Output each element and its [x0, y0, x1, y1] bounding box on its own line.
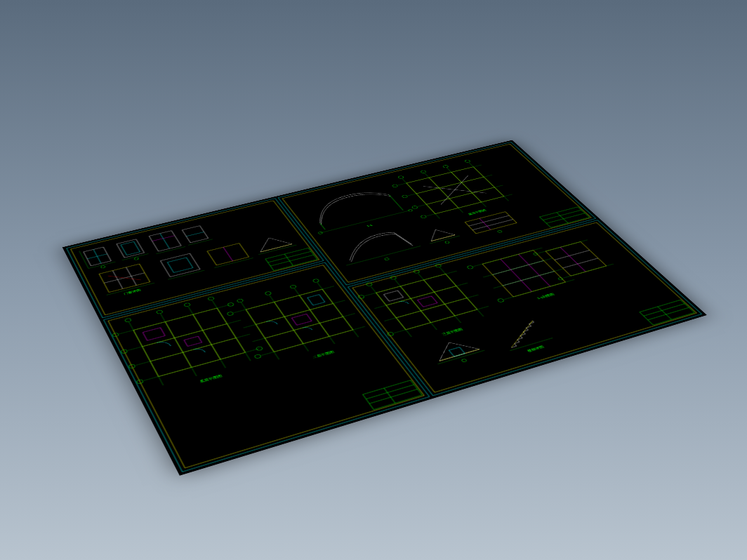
- svg-rect-77: [540, 207, 590, 227]
- svg-line-93: [144, 349, 260, 381]
- svg-line-148: [371, 286, 411, 337]
- svg-line-4: [93, 249, 101, 263]
- svg-rect-109: [246, 289, 352, 352]
- svg-point-174: [461, 359, 468, 362]
- svg-rect-159: [482, 251, 565, 297]
- svg-line-147: [394, 306, 489, 333]
- svg-point-183: [533, 253, 538, 255]
- svg-line-70: [430, 236, 460, 244]
- svg-line-116: [234, 286, 334, 313]
- svg-rect-135: [348, 220, 701, 396]
- svg-point-128: [227, 312, 234, 316]
- svg-line-30: [214, 258, 253, 267]
- svg-point-101: [207, 296, 214, 300]
- svg-rect-83: [133, 308, 245, 376]
- svg-point-42: [318, 232, 324, 234]
- svg-point-7: [100, 265, 105, 268]
- svg-point-64: [411, 206, 418, 209]
- svg-point-11: [134, 257, 139, 260]
- svg-line-133: [369, 389, 418, 404]
- svg-line-52: [418, 185, 503, 206]
- svg-rect-72: [465, 212, 517, 234]
- svg-line-182: [564, 264, 614, 278]
- svg-line-119: [261, 326, 365, 355]
- svg-rect-33: [265, 248, 317, 270]
- svg-line-123: [317, 283, 359, 338]
- svg-rect-136: [352, 222, 696, 392]
- svg-rect-81: [104, 262, 430, 472]
- svg-line-15: [156, 246, 185, 253]
- svg-line-54: [402, 179, 439, 219]
- svg-point-58: [397, 175, 404, 179]
- svg-rect-177: [546, 241, 607, 276]
- svg-line-21: [112, 271, 122, 289]
- svg-line-40: [389, 194, 403, 210]
- svg-point-98: [124, 318, 131, 323]
- svg-rect-8: [117, 239, 144, 258]
- svg-line-94: [129, 322, 164, 385]
- svg-rect-142: [418, 296, 437, 307]
- svg-line-17: [186, 232, 204, 236]
- cad-drawing-sheet[interactable]: 门窗详图: [62, 140, 707, 476]
- svg-point-129: [254, 354, 262, 359]
- svg-point-155: [435, 264, 442, 268]
- svg-rect-89: [184, 336, 201, 346]
- cad-drawing-svg: 门窗详图: [62, 140, 707, 476]
- svg-line-74: [472, 220, 513, 230]
- svg-point-154: [413, 269, 421, 274]
- svg-text:三层平面图: 三层平面图: [442, 328, 464, 336]
- svg-line-188: [658, 307, 672, 319]
- svg-line-67: [346, 246, 421, 266]
- svg-point-126: [289, 284, 297, 288]
- svg-point-127: [312, 279, 320, 283]
- svg-line-39: [320, 223, 325, 229]
- svg-line-186: [644, 304, 685, 316]
- svg-line-31: [260, 244, 292, 252]
- svg-line-51: [408, 175, 492, 196]
- cad-viewport[interactable]: 门窗详图: [107, 91, 640, 469]
- svg-point-71: [444, 241, 450, 244]
- svg-point-168: [466, 265, 474, 269]
- svg-line-166: [494, 269, 564, 288]
- svg-line-41: [320, 211, 410, 233]
- svg-point-125: [265, 291, 272, 295]
- svg-line-22: [126, 267, 137, 286]
- svg-line-121: [270, 295, 309, 352]
- svg-line-97: [212, 300, 251, 361]
- svg-rect-143: [383, 291, 403, 301]
- svg-line-5: [79, 251, 88, 269]
- svg-line-173: [437, 350, 484, 364]
- svg-rect-25: [160, 253, 199, 276]
- svg-rect-88: [143, 328, 165, 340]
- svg-text:二层平面图: 二层平面图: [312, 350, 335, 359]
- svg-line-132: [366, 385, 414, 399]
- svg-line-163: [519, 254, 550, 286]
- svg-rect-115: [308, 295, 325, 305]
- svg-text:底层平面图: 底层平面图: [199, 374, 223, 384]
- svg-point-169: [497, 298, 505, 302]
- svg-line-122: [295, 288, 335, 344]
- svg-line-149: [395, 279, 437, 330]
- svg-line-162: [501, 259, 532, 291]
- sheet-top-left: 门窗详图: [67, 199, 324, 318]
- svg-rect-19: [99, 264, 150, 292]
- svg-text:门窗详图: 门窗详图: [123, 288, 141, 295]
- svg-line-27: [168, 270, 204, 279]
- svg-line-13: [152, 236, 175, 241]
- svg-point-76: [497, 230, 503, 233]
- svg-rect-45: [406, 167, 504, 214]
- svg-line-145: [374, 283, 468, 309]
- svg-line-134: [384, 388, 395, 403]
- svg-line-57: [469, 163, 509, 201]
- svg-rect-26: [167, 258, 192, 272]
- svg-point-124: [237, 298, 244, 302]
- svg-point-59: [420, 170, 427, 173]
- svg-text:1-1: 1-1: [366, 224, 374, 227]
- svg-line-56: [447, 168, 487, 206]
- svg-line-10: [122, 254, 149, 260]
- svg-rect-82: [108, 265, 424, 468]
- svg-point-65: [420, 215, 427, 218]
- svg-line-6: [88, 262, 115, 268]
- svg-line-90: [119, 305, 231, 334]
- svg-line-187: [648, 307, 689, 320]
